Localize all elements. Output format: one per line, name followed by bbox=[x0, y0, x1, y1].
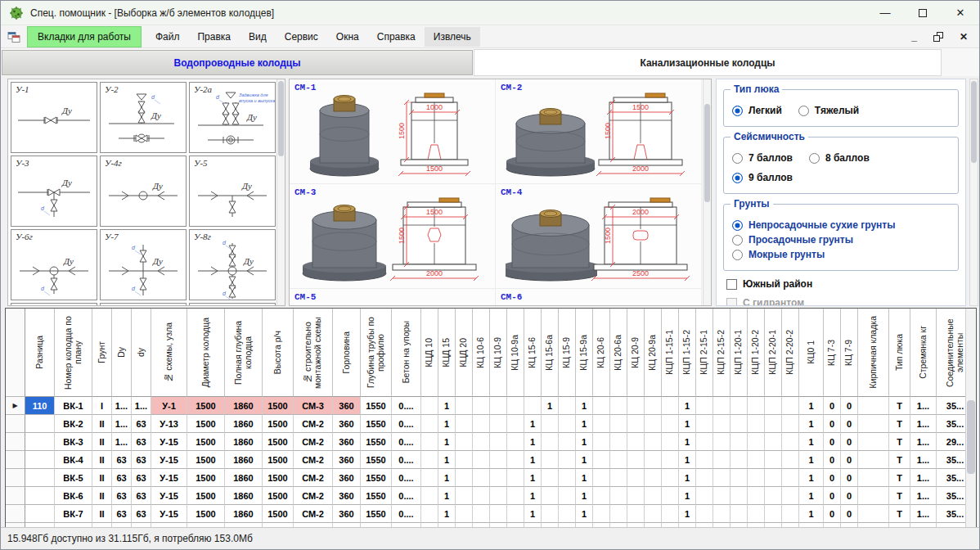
table-cell[interactable] bbox=[748, 397, 765, 415]
table-cell[interactable]: 1860 bbox=[225, 505, 263, 523]
table-cell[interactable] bbox=[593, 451, 610, 469]
table-cell[interactable] bbox=[782, 397, 799, 415]
table-cell[interactable]: 1 bbox=[799, 505, 824, 523]
table-cell[interactable]: 1 bbox=[576, 469, 593, 487]
table-cell[interactable]: ВК-4 bbox=[55, 451, 92, 469]
table-cell[interactable] bbox=[610, 397, 627, 415]
table-cell[interactable] bbox=[782, 433, 799, 451]
table-cell[interactable]: ВК-6 bbox=[55, 487, 92, 505]
table-cell[interactable]: СМ-2 bbox=[294, 505, 333, 523]
table-cell[interactable] bbox=[627, 469, 645, 487]
table-cell[interactable] bbox=[765, 451, 782, 469]
table-cell[interactable] bbox=[696, 415, 713, 433]
table-cell[interactable]: 1 bbox=[524, 433, 542, 451]
table-cell[interactable] bbox=[858, 415, 889, 433]
well-cell-СМ-5[interactable]: СМ-5 bbox=[290, 289, 496, 306]
table-cell[interactable]: 1500 bbox=[187, 505, 225, 523]
menu-item-tabs-for-work[interactable]: Вкладки для работы bbox=[27, 26, 142, 47]
table-cell[interactable]: Т bbox=[889, 397, 910, 415]
table-cell[interactable] bbox=[713, 487, 731, 505]
table-cell[interactable] bbox=[713, 451, 731, 469]
table-cell[interactable]: 1860 bbox=[225, 415, 263, 433]
column-header[interactable]: КЦ 10-9а bbox=[507, 309, 524, 397]
table-cell[interactable]: 1 bbox=[679, 505, 696, 523]
table-cell[interactable]: 0 bbox=[824, 397, 841, 415]
table-cell[interactable] bbox=[490, 469, 507, 487]
table-cell[interactable] bbox=[490, 451, 507, 469]
table-cell[interactable] bbox=[421, 397, 438, 415]
table-cell[interactable] bbox=[559, 397, 576, 415]
table-cell[interactable] bbox=[456, 469, 473, 487]
table-cell[interactable]: 1500 bbox=[263, 487, 294, 505]
table-cell[interactable] bbox=[421, 487, 438, 505]
table-cell[interactable]: II bbox=[92, 469, 112, 487]
minimize-icon[interactable]: — bbox=[866, 1, 904, 25]
table-cell[interactable] bbox=[696, 469, 713, 487]
table-cell[interactable] bbox=[782, 451, 799, 469]
scheme-cell-У-3[interactable]: У-3dДу bbox=[11, 156, 97, 227]
table-cell[interactable] bbox=[765, 487, 782, 505]
table-cell[interactable] bbox=[610, 469, 627, 487]
table-cell[interactable]: 63 bbox=[132, 451, 151, 469]
column-header[interactable]: КЦ 15-6 bbox=[524, 309, 542, 397]
table-cell[interactable]: 1... bbox=[112, 397, 132, 415]
column-header[interactable]: КЦ 15-9 bbox=[559, 309, 576, 397]
table-cell[interactable] bbox=[473, 487, 490, 505]
table-cell[interactable]: I bbox=[92, 397, 112, 415]
table-cell[interactable]: II bbox=[92, 505, 112, 523]
table-cell[interactable]: 1 bbox=[799, 469, 824, 487]
table-cell[interactable]: 1860 bbox=[225, 433, 263, 451]
table-cell[interactable]: II bbox=[92, 451, 112, 469]
table-cell[interactable] bbox=[421, 469, 438, 487]
menu-item-4[interactable]: Сервис bbox=[276, 27, 327, 47]
column-header[interactable]: Стремянка кг bbox=[910, 309, 937, 397]
table-cell[interactable]: ВК-5 bbox=[55, 469, 92, 487]
table-cell[interactable]: 63 bbox=[112, 487, 132, 505]
table-cell[interactable] bbox=[421, 415, 438, 433]
column-header[interactable]: № строительно монтажной схемы bbox=[294, 309, 333, 397]
table-cell[interactable] bbox=[748, 469, 765, 487]
table-cell[interactable]: 1500 bbox=[187, 451, 225, 469]
table-cell[interactable] bbox=[490, 397, 507, 415]
tab-sewer-wells[interactable]: Канализационные колодцы bbox=[474, 49, 942, 76]
table-cell[interactable]: ВК-3 bbox=[55, 433, 92, 451]
table-cell[interactable] bbox=[713, 469, 731, 487]
radio-option[interactable]: Просадочные грунты bbox=[732, 234, 950, 246]
table-cell[interactable]: 1 bbox=[524, 487, 542, 505]
table-cell[interactable] bbox=[662, 487, 679, 505]
table-cell[interactable]: 63 bbox=[112, 505, 132, 523]
table-cell[interactable] bbox=[559, 433, 576, 451]
table-cell[interactable] bbox=[473, 415, 490, 433]
table-cell[interactable]: Т bbox=[889, 451, 910, 469]
table-cell[interactable]: 0.... bbox=[392, 397, 421, 415]
table-cell[interactable]: 0.... bbox=[392, 415, 421, 433]
table-cell[interactable] bbox=[858, 505, 889, 523]
radio-option[interactable]: Мокрые грунты bbox=[732, 249, 950, 260]
radio-option[interactable]: 7 баллов bbox=[732, 152, 793, 164]
table-cell[interactable]: 63 bbox=[132, 487, 151, 505]
table-cell[interactable] bbox=[542, 415, 559, 433]
table-cell[interactable]: СМ-3 bbox=[294, 397, 333, 415]
table-cell[interactable]: Т bbox=[889, 505, 910, 523]
column-header[interactable]: КЦ 20-6 bbox=[593, 309, 610, 397]
table-cell[interactable]: II bbox=[92, 433, 112, 451]
table-cell[interactable]: 1550 bbox=[361, 415, 392, 433]
table-cell[interactable]: 360 bbox=[333, 415, 361, 433]
table-cell[interactable]: 1 bbox=[438, 469, 456, 487]
well-cell-СМ-3[interactable]: СМ-3 1500 1500 2000 bbox=[290, 184, 496, 289]
table-cell[interactable] bbox=[731, 505, 748, 523]
table-cell[interactable]: 0 bbox=[841, 505, 858, 523]
table-cell[interactable] bbox=[593, 397, 610, 415]
table-scrollbar[interactable] bbox=[965, 309, 976, 527]
table-cell[interactable]: 0 bbox=[824, 487, 841, 505]
menu-item-2[interactable]: Правка bbox=[188, 27, 240, 47]
column-header[interactable]: КЦ 20-9а bbox=[645, 309, 662, 397]
mdi-restore-icon[interactable] bbox=[933, 32, 943, 42]
row-selector[interactable] bbox=[6, 451, 25, 469]
table-cell[interactable]: СМ-2 bbox=[294, 487, 333, 505]
table-cell[interactable]: СМ-2 bbox=[294, 451, 333, 469]
scheme-cell-partial[interactable] bbox=[100, 303, 187, 306]
scheme-cell-У-5[interactable]: У-5Ду bbox=[189, 156, 276, 227]
column-header[interactable]: Глубина трубы по профилю bbox=[361, 309, 392, 397]
table-cell[interactable]: 1500 bbox=[263, 415, 294, 433]
